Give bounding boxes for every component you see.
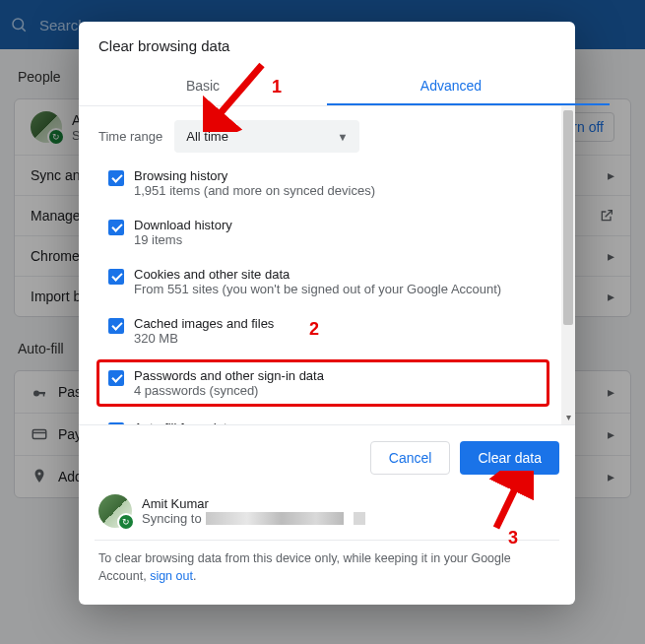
redacted-email bbox=[354, 512, 365, 525]
checkbox[interactable] bbox=[108, 422, 124, 425]
dialog-footer: Cancel Clear data Amit Kumar Syncing to … bbox=[79, 425, 575, 605]
checkbox[interactable] bbox=[108, 170, 124, 186]
option-autofill-form[interactable]: Auto-fill form data bbox=[79, 415, 567, 425]
checkbox[interactable] bbox=[108, 370, 124, 386]
dialog-title: Clear browsing data bbox=[79, 22, 575, 66]
tab-advanced[interactable]: Advanced bbox=[327, 66, 575, 105]
options-scroll-area: Time range All time ▼ Browsing history 1… bbox=[79, 106, 575, 425]
dialog-tabs: Basic Advanced bbox=[79, 66, 575, 105]
account-row: Amit Kumar Syncing to bbox=[95, 488, 559, 541]
chevron-down-icon: ▼ bbox=[337, 131, 348, 143]
account-sync-label: Syncing to bbox=[142, 511, 202, 526]
checkbox[interactable] bbox=[108, 269, 124, 285]
option-browsing-history[interactable]: Browsing history 1,951 items (and more o… bbox=[79, 162, 567, 204]
time-range-label: Time range bbox=[98, 129, 162, 144]
clear-browsing-data-dialog: Clear browsing data Basic Advanced Time … bbox=[79, 22, 575, 605]
option-passwords[interactable]: Passwords and other sign-in data 4 passw… bbox=[97, 359, 549, 407]
time-range-select[interactable]: All time ▼ bbox=[174, 120, 359, 153]
checkbox[interactable] bbox=[108, 318, 124, 334]
time-range-row: Time range All time ▼ bbox=[79, 106, 567, 162]
time-range-value: All time bbox=[186, 129, 228, 144]
scrollbar-thumb[interactable] bbox=[563, 110, 573, 325]
scrollbar[interactable]: ▾ bbox=[561, 106, 575, 424]
redacted-email bbox=[206, 512, 344, 525]
footer-note: To clear browsing data from this device … bbox=[95, 541, 559, 589]
avatar bbox=[98, 494, 132, 528]
option-cookies[interactable]: Cookies and other site data From 551 sit… bbox=[79, 261, 567, 302]
scroll-down-icon[interactable]: ▾ bbox=[562, 412, 574, 423]
checkbox[interactable] bbox=[108, 220, 124, 235]
cancel-button[interactable]: Cancel bbox=[370, 441, 451, 475]
clear-data-button[interactable]: Clear data bbox=[460, 441, 559, 475]
account-name: Amit Kumar bbox=[142, 496, 365, 511]
option-download-history[interactable]: Download history 19 items bbox=[79, 212, 567, 253]
option-cached-images[interactable]: Cached images and files 320 MB bbox=[79, 310, 567, 352]
tab-basic[interactable]: Basic bbox=[79, 66, 327, 105]
sign-out-link[interactable]: sign out bbox=[150, 569, 193, 583]
